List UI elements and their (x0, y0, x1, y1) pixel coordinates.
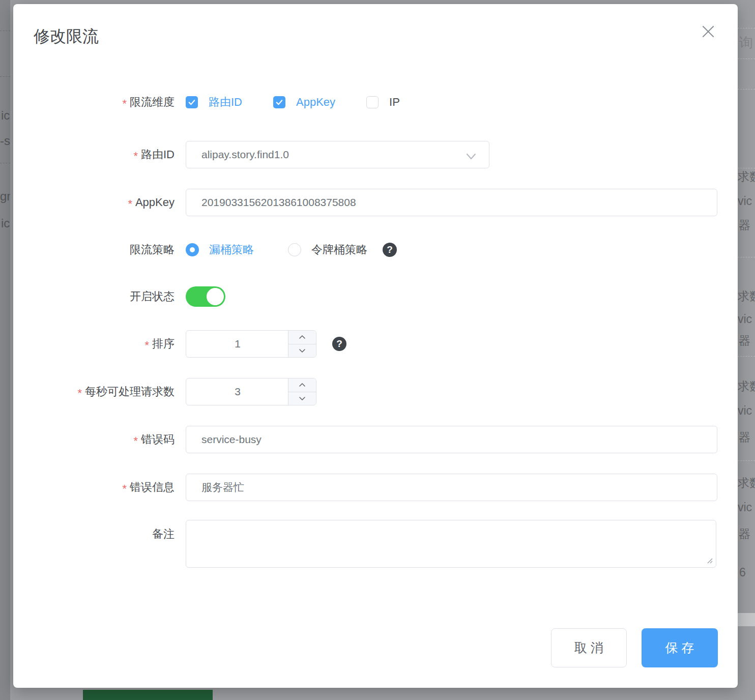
checkbox-route-id[interactable] (186, 96, 198, 108)
field-row-dimension: * 限流维度 路由ID AppKey IP (13, 95, 738, 109)
required-marker: * (122, 94, 127, 110)
checkbox-appkey[interactable] (273, 96, 285, 108)
enabled-label: 开启状态 (13, 286, 175, 307)
checkbox-ip-label[interactable]: IP (389, 96, 400, 109)
sort-value: 1 (186, 331, 289, 357)
appkey-label: * AppKey (13, 189, 175, 216)
radio-token-bucket-label[interactable]: 令牌桶策略 (311, 242, 367, 257)
checkbox-route-id-label[interactable]: 路由ID (209, 95, 242, 110)
remark-label: 备注 (13, 524, 175, 544)
close-button[interactable] (699, 22, 717, 41)
field-row-appkey: * AppKey (13, 189, 738, 216)
close-icon (702, 25, 715, 38)
chevron-up-icon (299, 383, 306, 387)
bg-divider (738, 460, 755, 461)
field-row-route-id: * 路由ID alipay.story.find1.0 (13, 141, 738, 168)
step-down-button[interactable] (288, 344, 316, 358)
bg-text-fragment: 器 (739, 526, 750, 542)
bg-text-fragment: ic (1, 216, 10, 230)
sort-help-icon[interactable]: ? (332, 337, 346, 351)
dimmed-left-sidebar: ic -s gn ic (0, 0, 10, 700)
remark-textarea[interactable] (186, 520, 716, 568)
cancel-button[interactable]: 取 消 (551, 628, 627, 667)
bg-green-bar (83, 690, 213, 700)
route-id-selected-value: alipay.story.find1.0 (201, 149, 289, 161)
bg-text-fragment: 求数 (738, 169, 755, 185)
enabled-toggle[interactable] (186, 286, 225, 307)
strategy-label: 限流策略 (13, 242, 175, 257)
bg-divider (738, 257, 755, 257)
bg-text-fragment: 器 (739, 429, 750, 445)
chevron-up-icon (299, 335, 306, 339)
required-marker: * (144, 336, 149, 352)
bg-text-fragment: 求数 (738, 378, 755, 394)
sort-label-text: 排序 (152, 336, 175, 352)
error-message-label: * 错误信息 (13, 474, 175, 501)
field-row-remark: 备注 (13, 520, 738, 568)
qps-value: 3 (186, 378, 289, 405)
chevron-down-icon (466, 151, 477, 163)
step-up-button[interactable] (288, 331, 316, 344)
bg-text-fragment: 求数 (738, 288, 755, 304)
toggle-knob (207, 288, 224, 305)
save-button[interactable]: 保 存 (642, 628, 718, 667)
bg-text-fragment: gn (0, 189, 10, 203)
strategy-label-text: 限流策略 (130, 242, 175, 257)
qps-label-text: 每秒可处理请求数 (85, 384, 175, 399)
sort-number-input[interactable]: 1 (186, 330, 316, 358)
required-marker: * (133, 147, 138, 163)
enabled-label-text: 开启状态 (130, 289, 175, 304)
remark-label-text: 备注 (152, 527, 175, 542)
error-code-input[interactable] (186, 426, 717, 453)
radio-leaky-bucket-label[interactable]: 漏桶策略 (209, 242, 254, 257)
strategy-help-icon[interactable]: ? (383, 243, 397, 257)
sort-label: * 排序 (13, 330, 175, 358)
route-id-select[interactable]: alipay.story.find1.0 (186, 141, 489, 168)
check-icon (275, 98, 284, 107)
bg-table-row-band (738, 613, 755, 626)
bg-text-fragment: ic (1, 108, 10, 123)
error-message-input[interactable] (186, 474, 717, 501)
bg-text-fragment: 器 (739, 217, 750, 233)
bg-divider (738, 168, 755, 168)
dimension-label: * 限流维度 (13, 95, 175, 109)
required-marker: * (133, 431, 138, 448)
bg-divider (0, 163, 10, 163)
bg-text-fragment: 求数 (738, 475, 755, 491)
bg-text-fragment: vic (738, 194, 752, 208)
strategy-radio-group: 漏桶策略 令牌桶策略 ? (186, 242, 397, 257)
bg-text-fragment: -s (0, 134, 10, 148)
qps-number-input[interactable]: 3 (186, 378, 316, 405)
bg-text-fragment: vic (738, 312, 752, 326)
required-marker: * (77, 384, 82, 400)
appkey-input[interactable] (186, 189, 717, 216)
bg-text-fragment: vic (738, 404, 752, 418)
checkbox-ip[interactable] (366, 96, 379, 108)
field-row-error-message: * 错误信息 (13, 474, 738, 501)
check-icon (187, 98, 196, 107)
error-code-label: * 错误码 (13, 426, 175, 453)
radio-token-bucket[interactable] (288, 243, 301, 256)
dimension-label-text: 限流维度 (130, 95, 175, 110)
qps-stepper (288, 378, 316, 405)
error-message-label-text: 错误信息 (130, 480, 175, 495)
step-up-button[interactable] (288, 378, 316, 392)
chevron-down-icon (299, 396, 306, 401)
bg-text-fragment: 器 (739, 333, 750, 348)
field-row-error-code: * 错误码 (13, 426, 738, 453)
dialog-title: 修改限流 (34, 25, 99, 48)
route-id-label: * 路由ID (13, 141, 175, 168)
bg-divider (0, 76, 10, 77)
bg-text-fragment: vic (738, 501, 752, 514)
checkbox-appkey-label[interactable]: AppKey (296, 96, 335, 109)
error-code-label-text: 错误码 (141, 432, 175, 447)
qps-label: * 每秒可处理请求数 (13, 378, 175, 405)
step-down-button[interactable] (288, 392, 316, 405)
sort-stepper (288, 331, 316, 357)
bg-text-fragment: 6 (739, 566, 746, 579)
required-marker: * (122, 479, 127, 495)
field-row-qps: * 每秒可处理请求数 3 (13, 378, 738, 405)
bg-divider (0, 31, 10, 31)
bg-divider (738, 28, 755, 28)
radio-leaky-bucket[interactable] (186, 243, 199, 256)
